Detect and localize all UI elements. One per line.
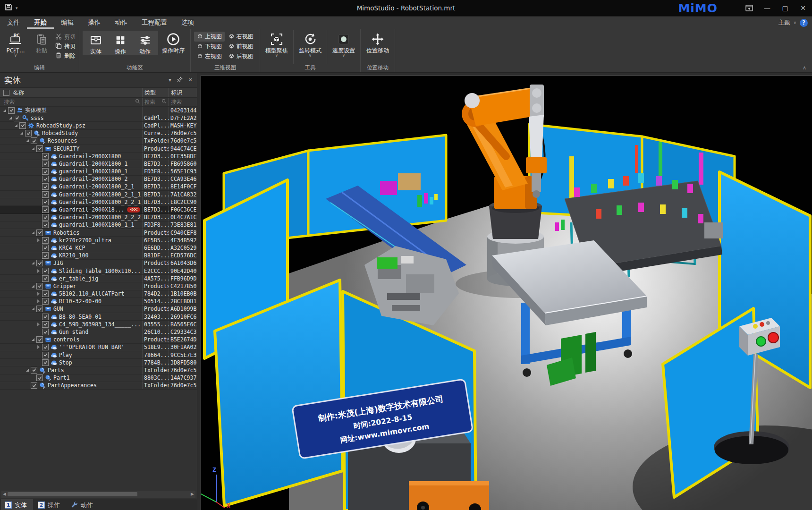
- maximize-button[interactable]: ▢: [776, 0, 794, 16]
- menu-file[interactable]: 文件: [0, 17, 27, 29]
- tree-expander-icon[interactable]: [30, 262, 35, 264]
- tree-expander-icon[interactable]: [25, 369, 30, 372]
- tree-row[interactable]: kr270r2700_ultra6E5B5...4F34B592-: [0, 237, 197, 244]
- tree-checkbox[interactable]: [42, 214, 49, 221]
- tree-expander-icon[interactable]: [30, 338, 35, 341]
- tree-expander-icon[interactable]: [36, 238, 41, 242]
- tree-checkbox[interactable]: [42, 206, 49, 213]
- tree-row[interactable]: SECURITYProducts944C74CE-: [0, 145, 197, 153]
- tree-row[interactable]: RF10-32-00-0050514...28CFBDB1-: [0, 298, 197, 306]
- tree-row[interactable]: RobcadStudyCurre...76d0e7c51: [0, 130, 197, 137]
- tree-checkbox[interactable]: [42, 183, 49, 190]
- tree-checkbox[interactable]: [42, 314, 49, 320]
- tree-checkbox[interactable]: [42, 298, 49, 305]
- tree-expander-icon[interactable]: [25, 139, 30, 142]
- horizontal-scrollbar[interactable]: ◀ ▶: [1, 491, 195, 498]
- tree-checkbox[interactable]: [42, 329, 49, 335]
- tree-checkbox[interactable]: [31, 382, 37, 389]
- entity-button[interactable]: 实体: [84, 31, 108, 55]
- tree-checkbox[interactable]: [42, 199, 49, 205]
- column-header-name[interactable]: 名称: [0, 88, 143, 97]
- tab-action[interactable]: 动作: [67, 499, 99, 510]
- tree-expander-icon[interactable]: [36, 292, 41, 296]
- tree-expander-icon[interactable]: [30, 307, 35, 310]
- help-button[interactable]: ?: [800, 19, 808, 27]
- search-input-id[interactable]: 搜索: [169, 98, 197, 106]
- scrollbar-thumb[interactable]: [8, 492, 137, 496]
- tree-checkbox[interactable]: [42, 268, 49, 274]
- tree-expander-icon[interactable]: [36, 299, 41, 303]
- tree-checkbox[interactable]: [42, 275, 49, 282]
- tree-expander-icon[interactable]: [36, 269, 41, 273]
- orange-cart[interactable]: [409, 481, 489, 510]
- quick-access-caret-icon[interactable]: ▾: [16, 6, 18, 10]
- panel-close-icon[interactable]: ✕: [188, 77, 193, 83]
- tree-checkbox[interactable]: [42, 321, 49, 328]
- tree-checkbox[interactable]: [36, 145, 43, 152]
- menu-action[interactable]: 动作: [108, 17, 135, 29]
- tree-checkbox[interactable]: [42, 290, 49, 297]
- tree-expander-icon[interactable]: [30, 147, 35, 150]
- paste-button[interactable]: 粘贴: [29, 30, 54, 54]
- tree-row[interactable]: Play78664...9CC5E7E3-: [0, 351, 197, 359]
- tree-row[interactable]: ResourcesTxFolder76d0e7c51: [0, 137, 197, 145]
- tree-row[interactable]: Guardrail-2000X1800_2_2_2BE7D3...0E4C7A1…: [0, 214, 197, 221]
- tree-expander-icon[interactable]: [13, 124, 18, 127]
- tree-expander-icon[interactable]: [2, 109, 7, 112]
- scroll-right-icon[interactable]: ▶: [191, 492, 194, 496]
- menu-edit[interactable]: 编辑: [54, 17, 81, 29]
- tree-row[interactable]: Guardrail-2000X1800_2BE7D3...CCA93E46-: [0, 176, 197, 183]
- tree-expander-icon[interactable]: [30, 285, 35, 288]
- tree-row[interactable]: '''OPERATOR RUN BAR'518E9...30F1AA02-: [0, 344, 197, 351]
- menu-options[interactable]: 选项: [174, 17, 201, 29]
- view-bottom-button[interactable]: 下视图: [194, 42, 225, 51]
- tree-checkbox[interactable]: [19, 122, 26, 129]
- tree-checkbox[interactable]: [25, 130, 32, 136]
- speed-setting-button[interactable]: 速度设置 ∨: [330, 30, 357, 57]
- close-button[interactable]: ✕: [794, 0, 812, 16]
- tree-expander-icon[interactable]: [36, 345, 41, 349]
- search-input-type[interactable]: 搜索: [143, 98, 169, 106]
- menu-operation[interactable]: 操作: [81, 17, 108, 29]
- tree-checkbox[interactable]: [8, 107, 15, 114]
- tree-checkbox[interactable]: [14, 115, 20, 121]
- tree-row[interactable]: RoboticsProductsC940CEF8-: [0, 229, 197, 237]
- tree-checkbox[interactable]: [42, 237, 49, 244]
- action-button[interactable]: 动作: [133, 31, 157, 55]
- pin-icon[interactable]: [177, 76, 183, 84]
- tab-operation[interactable]: 2 操作: [34, 499, 66, 510]
- minimize-button[interactable]: —: [758, 0, 776, 16]
- tree-row[interactable]: guardrail_1000X1800_1FD3F8...565E1C93-: [0, 168, 197, 176]
- column-header-type[interactable]: 类型: [143, 88, 169, 97]
- tree-row[interactable]: C4_59D_363983_134_____...03555...BA565E6…: [0, 321, 197, 328]
- operate-button[interactable]: 操作: [108, 31, 133, 55]
- tree-row[interactable]: Guardrail-2000X1800_2_2_1BE7D3...E8C2CC9…: [0, 198, 197, 206]
- tree-row[interactable]: KR210_100B81DF...ECD576DC-: [0, 252, 197, 260]
- cut-button[interactable]: 剪切: [55, 33, 76, 41]
- ribbon-position-button[interactable]: [740, 0, 758, 16]
- tree-row[interactable]: PartAppearancesTxFolder76d0e7c51: [0, 382, 197, 390]
- tree-checkbox[interactable]: [42, 359, 49, 366]
- tree-row[interactable]: Part18803C...14A7C937-: [0, 374, 197, 382]
- tree-expander-icon[interactable]: [8, 117, 13, 119]
- column-header-id[interactable]: 标识: [169, 88, 197, 97]
- tree-row[interactable]: 5B102.110_AllCATPart784D2...1B10EB0B-: [0, 290, 197, 298]
- tree-expander-icon[interactable]: [36, 323, 41, 326]
- view-left-button[interactable]: 左视图: [194, 51, 225, 61]
- theme-caret-icon[interactable]: ∨: [793, 20, 796, 25]
- select-all-checkbox[interactable]: [3, 90, 9, 96]
- tree-checkbox[interactable]: [42, 245, 49, 251]
- tree-checkbox[interactable]: [42, 352, 49, 358]
- tab-entity[interactable]: 1 实体: [1, 499, 33, 510]
- tree-checkbox[interactable]: [36, 336, 43, 343]
- delete-button[interactable]: 删除: [55, 51, 76, 60]
- save-icon[interactable]: [5, 3, 12, 13]
- model-focus-button[interactable]: 模型聚焦 ∨: [263, 30, 290, 57]
- tree-checkbox[interactable]: [42, 161, 49, 167]
- tree-row[interactable]: ssssCadPl...D7F7E2A2-: [0, 114, 197, 122]
- tree-row[interactable]: Guardrail-2000X1800_1BE7D3...FB695860-: [0, 160, 197, 168]
- copy-button[interactable]: 拷贝: [55, 42, 76, 51]
- tree-checkbox[interactable]: [31, 137, 37, 144]
- pc-print-button[interactable]: PC PC打... ∨: [3, 30, 28, 57]
- tree-row[interactable]: guardrail_1000X1800_1_1FD3F8...73E83E81-: [0, 221, 197, 229]
